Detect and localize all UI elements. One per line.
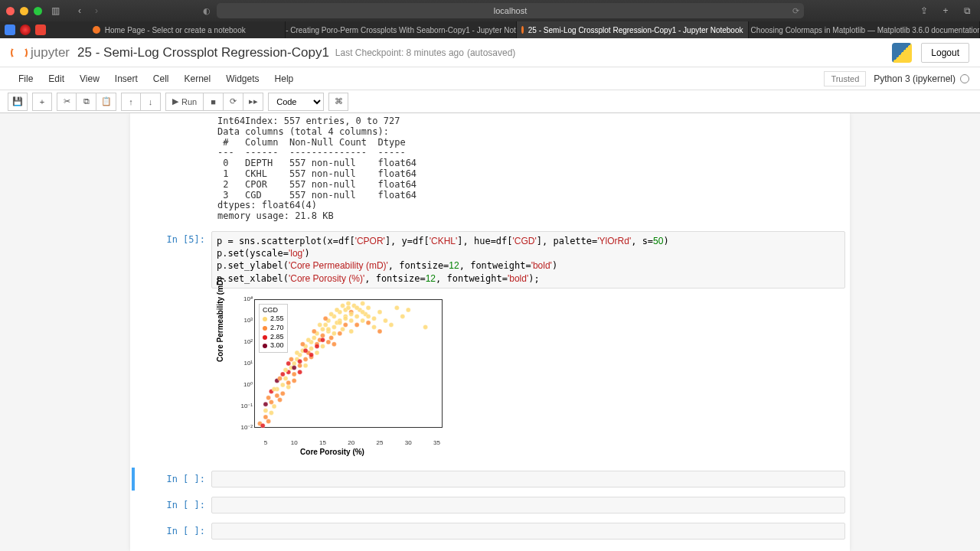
svg-point-21 xyxy=(292,378,296,383)
y-tick: 10² xyxy=(236,338,253,345)
browser-tab[interactable]: 25 - Semi-Log Crossplot Regression-Copy1… xyxy=(517,21,749,38)
jupyter-logo[interactable]: jupyter xyxy=(11,44,70,61)
cell-output-plot: CGD 2.552.702.853.00 Core Permeability (… xyxy=(135,289,845,461)
legend-item: 2.85 xyxy=(263,333,284,342)
code-cell[interactable]: In [ ]: xyxy=(135,520,845,543)
checkpoint-text: Last Checkpoint: 8 minutes ago xyxy=(335,47,464,58)
browser-tab[interactable]: 24 - Creating Poro-Perm Crossplots With … xyxy=(286,21,518,38)
svg-point-81 xyxy=(286,361,291,366)
input-prompt: In [5]: xyxy=(135,231,211,289)
svg-point-94 xyxy=(343,316,348,321)
svg-point-27 xyxy=(303,357,308,361)
legend-item: 2.70 xyxy=(263,324,284,333)
code-input[interactable] xyxy=(211,523,845,540)
svg-point-34 xyxy=(312,335,316,340)
code-cell[interactable]: In [5]: p = sns.scatterplot(x=df['CPOR']… xyxy=(135,228,845,465)
code-cell[interactable]: In [ ]: xyxy=(135,494,845,517)
tab-label: Home Page - Select or create a notebook xyxy=(105,26,246,34)
sidebar-toggle-icon[interactable]: ▥ xyxy=(48,4,62,18)
svg-point-5 xyxy=(263,402,268,406)
run-button[interactable]: ▶ Run xyxy=(165,93,204,111)
browser-tab[interactable]: Choosing Colormaps in Matplotlib — Matpl… xyxy=(749,21,981,38)
svg-point-39 xyxy=(320,327,325,331)
svg-point-52 xyxy=(338,331,342,336)
code-cell[interactable]: In [ ]: xyxy=(132,468,845,491)
cell-type-select[interactable]: Code xyxy=(268,93,324,111)
url-text: localhost xyxy=(494,6,527,15)
svg-point-101 xyxy=(278,376,283,380)
move-down-button[interactable]: ↓ xyxy=(141,93,161,111)
interrupt-button[interactable]: ■ xyxy=(204,93,224,111)
jupyter-logo-icon xyxy=(11,44,28,61)
svg-point-104 xyxy=(295,350,299,355)
restart-run-all-button[interactable]: ▸▸ xyxy=(243,93,263,111)
svg-point-80 xyxy=(423,324,428,329)
svg-point-113 xyxy=(346,301,351,305)
svg-point-63 xyxy=(354,314,359,318)
cut-button[interactable]: ✂ xyxy=(57,93,77,111)
restart-button[interactable]: ⟳ xyxy=(224,93,243,111)
menu-edit[interactable]: Edit xyxy=(41,73,72,84)
svg-point-79 xyxy=(406,308,410,312)
menu-file[interactable]: File xyxy=(11,73,41,84)
menu-kernel[interactable]: Kernel xyxy=(177,73,219,84)
svg-point-15 xyxy=(286,380,291,385)
svg-point-54 xyxy=(341,327,345,331)
svg-point-106 xyxy=(306,337,311,342)
svg-point-78 xyxy=(400,314,405,318)
new-tab-icon[interactable]: + xyxy=(939,4,952,18)
svg-point-40 xyxy=(320,344,325,348)
reload-icon[interactable]: ⟳ xyxy=(792,6,799,16)
paste-button[interactable]: 📋 xyxy=(96,93,116,111)
y-axis-label: Core Permeability (mD) xyxy=(216,277,224,362)
y-tick: 10³ xyxy=(236,317,253,324)
kernel-name[interactable]: Python 3 (ipykernel) xyxy=(874,73,956,84)
menu-cell[interactable]: Cell xyxy=(145,73,177,84)
app-icon[interactable] xyxy=(35,24,46,35)
svg-point-49 xyxy=(332,342,336,347)
svg-point-110 xyxy=(329,311,334,316)
input-prompt: In [ ]: xyxy=(135,497,211,514)
svg-point-42 xyxy=(323,322,328,327)
app-icon[interactable] xyxy=(20,24,31,35)
svg-point-20 xyxy=(292,361,296,366)
code-input[interactable] xyxy=(211,471,845,487)
copy-button[interactable]: ⧉ xyxy=(77,93,96,111)
save-button[interactable]: 💾 xyxy=(8,93,28,111)
browser-tab[interactable]: Home Page - Select or create a notebook xyxy=(54,21,286,38)
site-settings-icon[interactable]: ◐ xyxy=(203,6,211,16)
input-prompt: In [ ]: xyxy=(135,523,211,540)
x-tick: 25 xyxy=(377,439,384,446)
svg-point-29 xyxy=(303,364,308,368)
menu-help[interactable]: Help xyxy=(267,73,302,84)
svg-point-93 xyxy=(338,321,342,325)
forward-icon: › xyxy=(90,4,103,18)
code-input[interactable]: p = sns.scatterplot(x=df['CPOR'], y=df['… xyxy=(211,231,845,289)
tabs-overview-icon[interactable]: ⧉ xyxy=(960,4,974,18)
maximize-window-icon[interactable] xyxy=(34,7,42,15)
x-tick: 20 xyxy=(348,439,354,446)
kernel-status-icon[interactable] xyxy=(960,74,969,83)
svg-point-70 xyxy=(366,305,371,310)
insert-cell-button[interactable]: + xyxy=(32,93,52,111)
trusted-indicator[interactable]: Trusted xyxy=(824,71,866,86)
share-icon[interactable]: ⇪ xyxy=(917,4,931,18)
url-bar[interactable]: ◐ localhost ⟳ xyxy=(217,3,804,18)
svg-point-46 xyxy=(329,335,334,340)
minimize-window-icon[interactable] xyxy=(20,7,28,15)
logout-button[interactable]: Logout xyxy=(921,43,969,63)
menu-insert[interactable]: Insert xyxy=(107,73,145,84)
x-tick: 15 xyxy=(319,439,326,446)
svg-point-92 xyxy=(332,331,336,336)
move-up-button[interactable]: ↑ xyxy=(121,93,141,111)
back-icon[interactable]: ‹ xyxy=(73,4,87,18)
command-palette-button[interactable]: ⌘ xyxy=(328,93,348,111)
svg-point-82 xyxy=(292,365,296,370)
svg-point-90 xyxy=(320,337,325,342)
menu-widgets[interactable]: Widgets xyxy=(218,73,266,84)
notebook-title[interactable]: 25 - Semi-Log Crossplot Regression-Copy1 xyxy=(77,45,329,60)
menu-view[interactable]: View xyxy=(72,73,107,84)
close-window-icon[interactable] xyxy=(6,7,15,15)
app-icon[interactable] xyxy=(5,24,15,35)
code-input[interactable] xyxy=(211,497,845,514)
